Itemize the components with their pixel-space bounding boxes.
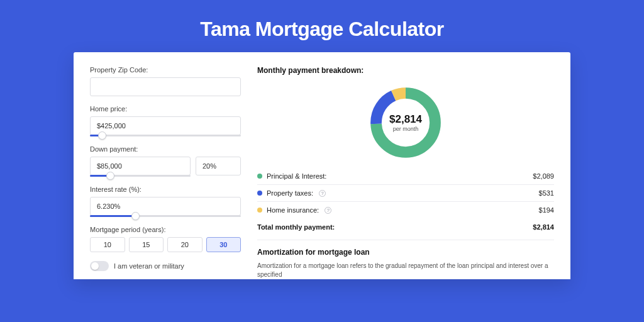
home-price-label: Home price: <box>90 105 241 113</box>
help-icon[interactable]: ? <box>325 207 331 214</box>
legend-row-1: Property taxes:?$531 <box>257 185 554 202</box>
legend-value: $531 <box>539 189 554 197</box>
legend-value: $2,089 <box>533 172 554 180</box>
interest-rate-slider[interactable] <box>90 215 241 217</box>
veteran-row: I am veteran or military <box>90 261 241 271</box>
zip-input[interactable] <box>90 77 241 96</box>
legend-dot-icon <box>257 174 262 179</box>
slider-thumb-icon[interactable] <box>106 172 114 180</box>
results-panel: Monthly payment breakdown: $2,814 per mo… <box>257 66 554 279</box>
donut-center: $2,814 per month <box>367 84 445 162</box>
help-icon[interactable]: ? <box>319 190 326 197</box>
legend-label: Home insurance: <box>267 206 319 214</box>
veteran-toggle[interactable] <box>90 261 109 271</box>
donut-caption: per month <box>393 126 419 132</box>
total-row: Total monthly payment: $2,814 <box>257 218 554 237</box>
field-home-price: Home price: <box>90 105 241 136</box>
mortgage-period-label: Mortgage period (years): <box>90 226 241 233</box>
field-interest-rate: Interest rate (%): <box>90 186 241 217</box>
down-payment-input[interactable] <box>90 157 191 175</box>
amortization-body: Amortization for a mortgage loan refers … <box>257 262 554 279</box>
legend-dot-icon <box>257 208 262 213</box>
amortization-title: Amortization for mortgage loan <box>257 248 554 257</box>
legend-dot-icon <box>257 191 262 196</box>
interest-rate-label: Interest rate (%): <box>90 186 241 193</box>
amortization-section: Amortization for mortgage loan Amortizat… <box>257 240 554 279</box>
down-payment-label: Down payment: <box>90 145 241 153</box>
down-payment-pct-input[interactable] <box>196 157 241 175</box>
input-panel: Property Zip Code: Home price: Down paym… <box>90 66 241 279</box>
veteran-label: I am veteran or military <box>114 262 184 270</box>
legend-row-0: Principal & Interest:$2,089 <box>257 168 554 185</box>
total-label: Total monthly payment: <box>257 223 335 231</box>
period-option-30[interactable]: 30 <box>206 237 242 252</box>
period-option-20[interactable]: 20 <box>167 237 203 252</box>
home-price-slider[interactable] <box>90 135 241 136</box>
period-option-10[interactable]: 10 <box>90 237 125 252</box>
page-title: Tama Mortgage Calculator <box>0 0 644 52</box>
field-zip: Property Zip Code: <box>90 66 241 96</box>
down-payment-slider[interactable] <box>90 175 191 177</box>
legend-label: Property taxes: <box>267 189 313 197</box>
zip-label: Property Zip Code: <box>90 66 241 74</box>
breakdown-title: Monthly payment breakdown: <box>257 66 554 75</box>
slider-thumb-icon[interactable] <box>98 131 106 140</box>
total-value: $2,814 <box>533 223 554 231</box>
legend-label: Principal & Interest: <box>267 172 326 180</box>
field-mortgage-period: Mortgage period (years): 10152030 <box>90 226 241 252</box>
slider-thumb-icon[interactable] <box>131 212 140 220</box>
legend-row-2: Home insurance:?$194 <box>257 202 554 218</box>
interest-rate-input[interactable] <box>90 197 241 216</box>
legend-value: $194 <box>539 206 554 214</box>
donut-chart: $2,814 per month <box>257 80 554 168</box>
donut-amount: $2,814 <box>389 113 422 126</box>
calculator-card: Property Zip Code: Home price: Down paym… <box>74 52 570 279</box>
home-price-input[interactable] <box>90 116 241 135</box>
field-down-payment: Down payment: <box>90 145 241 177</box>
period-option-15[interactable]: 15 <box>129 237 164 252</box>
